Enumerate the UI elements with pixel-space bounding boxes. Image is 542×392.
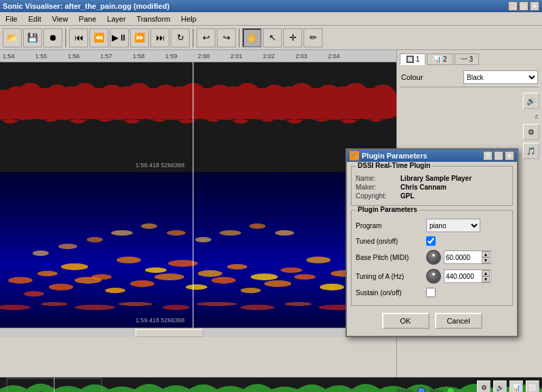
base-pitch-up[interactable]: ▲ <box>482 251 490 257</box>
record-button[interactable]: ⏺ <box>43 28 62 47</box>
play-pause-button[interactable]: ▶⏸ <box>110 28 129 47</box>
tuning-a-knob[interactable] <box>426 269 441 284</box>
sustain-checkbox[interactable] <box>426 288 436 297</box>
horizontal-scrollbar[interactable] <box>0 328 396 337</box>
base-pitch-spinbox[interactable]: ▲ ▼ <box>444 251 491 264</box>
maximize-button[interactable]: □ <box>519 1 528 11</box>
rewind-button[interactable]: ⏮ <box>69 28 88 47</box>
open-button[interactable]: 📂 <box>3 28 22 47</box>
app-title: Sonic Visualiser: after_the_pain.ogg (mo… <box>3 2 169 10</box>
svg-point-39 <box>33 251 49 256</box>
svg-text:1:59.418  5266368: 1:59.418 5266368 <box>136 317 185 324</box>
overview-btn-4[interactable]: ⬜ <box>526 380 539 392</box>
tuning-a-spinbox[interactable]: ▲ ▼ <box>444 269 491 283</box>
tuning-a-row: Tuning of A (Hz) ▲ ▼ <box>356 269 508 284</box>
svg-point-24 <box>186 284 207 290</box>
program-select[interactable]: piano organ strings guitar <box>426 219 480 232</box>
right-btn-2[interactable]: ⚙ <box>523 124 539 140</box>
menu-help[interactable]: Help <box>178 14 199 24</box>
menu-edit[interactable]: Edit <box>26 14 44 24</box>
svg-point-43 <box>141 223 157 229</box>
maker-val: Chris Cannam <box>400 183 446 191</box>
select-tool-button[interactable]: ↖ <box>263 28 282 47</box>
tick-10: 2:04 <box>328 53 340 60</box>
svg-point-12 <box>198 270 222 277</box>
close-button[interactable]: × <box>530 1 539 11</box>
svg-point-29 <box>320 284 344 290</box>
tab-1[interactable]: 🔲 1 <box>400 53 425 65</box>
play-indicator[interactable] <box>446 387 455 392</box>
tuning-a-up[interactable]: ▲ <box>482 270 490 276</box>
overview-bar[interactable]: ⚙ 🔊 📊 ⬜ Show Play <box>0 377 542 392</box>
overview-btn-3[interactable]: 📊 <box>509 380 523 392</box>
cancel-button[interactable]: Cancel <box>435 313 482 329</box>
redo-button[interactable]: ↪ <box>217 28 236 47</box>
menu-file[interactable]: File <box>3 14 20 24</box>
dialog-buttons: OK Cancel <box>351 310 513 332</box>
spectrogram-svg: 1:59.418 5266368 <box>0 172 396 328</box>
dssi-group: DSSI Real-Time Plugin Name: Library Samp… <box>351 166 513 206</box>
name-val: Library Sample Player <box>400 175 472 182</box>
svg-point-13 <box>227 264 247 269</box>
svg-point-23 <box>154 274 184 280</box>
base-pitch-input[interactable] <box>444 251 482 263</box>
waveform-panel: 1:54 1:55 1:56 1:57 1:58 1:59 2:00 2:01 … <box>0 50 396 377</box>
forward-button[interactable]: ⏩ <box>130 28 149 47</box>
draw-tool-button[interactable]: ✏ <box>304 28 322 47</box>
tick-7: 2:01 <box>230 53 243 60</box>
svg-point-37 <box>285 302 312 306</box>
svg-point-16 <box>306 257 331 263</box>
base-pitch-down[interactable]: ▼ <box>482 257 490 263</box>
tab-3[interactable]: 〰 3 <box>455 53 479 65</box>
scrollbar-thumb[interactable] <box>136 329 203 337</box>
menu-transform[interactable]: Transform <box>134 14 173 24</box>
right-separator <box>400 87 539 87</box>
tab-2[interactable]: 📊 2 <box>427 53 453 65</box>
move-tool-button[interactable]: ✛ <box>283 28 302 47</box>
pointer-tool-button[interactable]: 🖐 <box>243 28 262 47</box>
dialog-icon: 🔧 <box>350 151 359 160</box>
menu-view[interactable]: View <box>49 14 71 24</box>
base-pitch-knob[interactable] <box>426 250 441 265</box>
main-area: 1:54 1:55 1:56 1:57 1:58 1:59 2:00 2:01 … <box>0 50 542 377</box>
end-button[interactable]: ⏭ <box>150 28 169 47</box>
dialog-close-button[interactable]: × <box>505 151 514 160</box>
overview-btn-2[interactable]: 🔊 <box>493 380 507 392</box>
svg-point-7 <box>61 263 88 270</box>
tick-9: 2:03 <box>295 53 308 60</box>
minimize-button[interactable]: _ <box>508 1 518 11</box>
overview-btn-1[interactable]: ⚙ <box>477 380 491 392</box>
ok-button[interactable]: OK <box>382 313 430 329</box>
right-btn-1[interactable]: 🔊 <box>523 93 539 109</box>
show-indicator[interactable] <box>417 387 425 392</box>
colour-row: Colour Black White Red Blue Green <box>397 68 542 87</box>
svg-point-18 <box>24 291 44 297</box>
spectrogram-display[interactable]: 1:59.418 5266368 <box>0 172 396 328</box>
svg-point-35 <box>196 302 237 306</box>
sustain-row: Sustain (on/off) <box>356 288 508 297</box>
tuning-a-input[interactable] <box>444 270 482 282</box>
right-btn-3[interactable]: 🎵 <box>523 143 539 159</box>
svg-point-14 <box>251 274 278 280</box>
menu-pane[interactable]: Pane <box>76 14 99 24</box>
dialog-title-bar[interactable]: 🔧 Plugin Parameters ? _ × <box>347 150 517 162</box>
name-key: Name: <box>356 175 396 182</box>
colour-select[interactable]: Black White Red Blue Green <box>463 70 538 84</box>
svg-point-47 <box>249 223 266 229</box>
dialog-minimize-button[interactable]: _ <box>494 151 503 160</box>
tuned-checkbox[interactable] <box>426 236 436 246</box>
back-button[interactable]: ⏪ <box>89 28 108 47</box>
plugin-params-group: Plugin Parameters Program piano organ st… <box>351 210 513 306</box>
undo-button[interactable]: ↩ <box>196 28 215 47</box>
waveform-display[interactable]: 1:59.418 5266368 <box>0 62 396 172</box>
tuning-a-down[interactable]: ▼ <box>482 276 490 282</box>
save-button[interactable]: 💾 <box>23 28 42 47</box>
sustain-label: Sustain (on/off) <box>356 289 423 297</box>
menu-layer[interactable]: Layer <box>104 14 129 24</box>
dialog-help-button[interactable]: ? <box>483 151 493 160</box>
loop-button[interactable]: ↻ <box>171 28 190 47</box>
svg-point-32 <box>75 305 115 310</box>
dialog-body: DSSI Real-Time Plugin Name: Library Samp… <box>347 162 517 336</box>
tuning-a-spinner-btns: ▲ ▼ <box>482 270 490 282</box>
copyright-val: GPL <box>400 192 415 200</box>
